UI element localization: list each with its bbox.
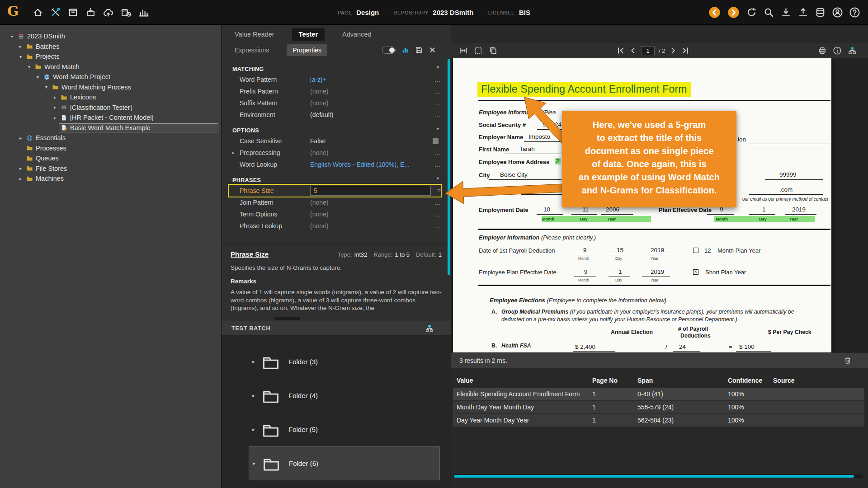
tree-node-projects[interactable]: ▾Projects xyxy=(0,52,221,62)
download-button[interactable] xyxy=(781,7,791,18)
result-row[interactable]: Month Day Year Month Day1556-579 (24)100… xyxy=(453,401,864,414)
nav-forward-button[interactable] xyxy=(727,6,740,19)
expand-arrow-icon[interactable]: ▸ xyxy=(17,44,24,49)
last-page-button[interactable] xyxy=(681,47,689,55)
property-row-term-options[interactable]: Term Options(none)… xyxy=(229,208,441,220)
property-row-phrase-lookup[interactable]: Phrase Lookup(none)… xyxy=(229,220,441,232)
expand-arrow-icon[interactable]: ▸ xyxy=(17,136,24,141)
tree-node-word-match-project[interactable]: ▾Word Match Project xyxy=(0,72,221,82)
phrase-size-input[interactable] xyxy=(310,186,431,196)
search-button[interactable] xyxy=(764,7,774,18)
test-batch-folder-folder-5[interactable]: ▸Folder (5) xyxy=(249,413,440,446)
column-header-value[interactable]: Value xyxy=(457,377,592,384)
clear-results-button[interactable] xyxy=(844,357,852,365)
collapse-arrow-icon[interactable]: ▾ xyxy=(42,84,50,89)
test-batch-folder-folder-3[interactable]: ▸Folder (3) xyxy=(249,345,440,379)
tree-node-processes[interactable]: Processes xyxy=(0,143,221,154)
chart-toggle-button[interactable] xyxy=(401,46,409,54)
tree-node-classification-tester[interactable]: ▸[Classification Tester] xyxy=(0,103,221,113)
expand-arrow-icon[interactable]: ▸ xyxy=(249,393,259,399)
section-header-options[interactable]: OPTIONS▾ xyxy=(222,124,451,135)
property-row-environment[interactable]: Environment(default)… xyxy=(229,109,441,121)
subtab-properties[interactable]: Properties xyxy=(287,44,327,56)
result-highlight-title[interactable]: Flexible Spending Account Enrollment For… xyxy=(477,82,691,97)
column-header-page-no[interactable]: Page No xyxy=(592,377,637,384)
column-header-span[interactable]: Span xyxy=(637,377,728,384)
tab-advanced[interactable]: Advanced xyxy=(335,28,378,41)
property-row-suffix-pattern[interactable]: Suffix Pattern(none)… xyxy=(229,97,441,109)
collapse-arrow-icon[interactable]: ▾ xyxy=(34,75,42,80)
checkbox-short-plan[interactable]: × xyxy=(693,269,698,275)
print-button[interactable] xyxy=(818,47,826,55)
expand-arrow-icon[interactable]: ▸ xyxy=(51,105,59,110)
batch-import-button[interactable] xyxy=(85,7,96,18)
ellipsis-button[interactable]: … xyxy=(431,76,441,83)
property-row-phrase-size[interactable]: Phrase Size≡ xyxy=(229,185,441,197)
property-row-word-lookup[interactable]: Word LookupEnglish Words - Edited (100%)… xyxy=(229,159,441,170)
expand-arrow-icon[interactable]: ▸ xyxy=(17,176,24,181)
batches-button[interactable] xyxy=(68,7,78,18)
prev-page-button[interactable] xyxy=(629,47,637,55)
scrollbar-thumb[interactable] xyxy=(274,317,300,320)
subtab-expressions[interactable]: Expressions xyxy=(229,44,275,56)
batch-schedule-button[interactable] xyxy=(121,7,131,18)
ellipsis-button[interactable]: … xyxy=(431,88,441,95)
expand-arrow-icon[interactable]: ▸ xyxy=(51,115,59,120)
tree-node-essentials[interactable]: ▸Essentials xyxy=(0,133,221,143)
ellipsis-button[interactable]: … xyxy=(431,149,441,156)
upload-button[interactable] xyxy=(798,7,808,18)
ellipsis-button[interactable]: … xyxy=(431,222,441,230)
home-button[interactable] xyxy=(33,7,43,18)
ellipsis-button[interactable]: … xyxy=(431,99,441,107)
test-batch-folder-folder-6[interactable]: ▸Folder (6) xyxy=(249,446,440,480)
column-header-source[interactable]: Source xyxy=(773,377,864,384)
fit-width-button[interactable] xyxy=(459,47,467,55)
collapse-arrow-icon[interactable]: ▾ xyxy=(8,34,16,39)
test-batch-folder-folder-4[interactable]: ▸Folder (4) xyxy=(249,379,440,413)
stats-button[interactable] xyxy=(138,7,149,18)
checkbox-12-month-plan[interactable] xyxy=(693,248,698,253)
tree-node-hr-packet-content-model[interactable]: ▸[HR Packet - Content Model] xyxy=(0,113,221,123)
tab-tester[interactable]: Tester xyxy=(292,28,325,41)
nav-back-button[interactable] xyxy=(708,6,721,19)
help-button[interactable] xyxy=(849,7,860,18)
cloud-upload-button[interactable] xyxy=(103,7,113,18)
app-logo[interactable]: G xyxy=(7,3,19,19)
first-page-button[interactable] xyxy=(617,47,625,55)
horizontal-scrollbar[interactable] xyxy=(453,474,863,478)
tree-node-batches[interactable]: ▸Batches xyxy=(0,42,221,52)
close-button[interactable] xyxy=(429,46,436,54)
save-button[interactable] xyxy=(415,46,423,54)
tree-node-file-stores[interactable]: ▸File Stores xyxy=(0,164,221,174)
account-button[interactable] xyxy=(832,7,843,18)
properties-scrollbar[interactable] xyxy=(448,59,450,275)
result-row[interactable]: Day Year Month Day Year1562-584 (23)100% xyxy=(453,414,864,427)
column-header-confidence[interactable]: Confidence xyxy=(728,377,773,384)
property-row-word-pattern[interactable]: Word Pattern[a-z]+… xyxy=(229,74,441,85)
ellipsis-button[interactable]: … xyxy=(431,211,441,218)
ellipsis-button[interactable]: … xyxy=(431,199,441,206)
property-row-join-pattern[interactable]: Join Pattern(none)… xyxy=(229,197,441,208)
region-select-button[interactable] xyxy=(474,47,482,55)
page-number-input[interactable]: 1 xyxy=(641,46,655,55)
thumbnails-button[interactable] xyxy=(848,47,856,55)
collapse-arrow-icon[interactable]: ▾ xyxy=(25,64,33,69)
batch-structure-icon[interactable] xyxy=(425,324,434,333)
value-checkbox[interactable] xyxy=(433,138,439,144)
property-row-prefix-pattern[interactable]: Prefix Pattern(none)… xyxy=(229,85,441,97)
tree-node-lexicons[interactable]: ▸Lexicons xyxy=(0,92,221,103)
tools-button[interactable] xyxy=(50,7,61,18)
tree-node-word-match[interactable]: ▾Word Match xyxy=(0,62,221,72)
tree-node-word-matching-process[interactable]: ▾Word Matching Process xyxy=(0,82,221,93)
section-header-matching[interactable]: MATCHING▾ xyxy=(222,63,451,74)
expand-arrow-icon[interactable]: ▸ xyxy=(249,359,259,365)
refresh-button[interactable] xyxy=(746,7,757,18)
ellipsis-button[interactable]: … xyxy=(431,161,441,168)
scrollbar-thumb[interactable] xyxy=(454,475,854,478)
toggle-switch[interactable] xyxy=(382,47,396,54)
property-row-case-sensitive[interactable]: Case SensitiveFalse xyxy=(229,135,441,147)
tree-node-queues[interactable]: Queues xyxy=(0,153,221,164)
next-page-button[interactable] xyxy=(669,47,677,55)
tree-node-basic-word-match-example[interactable]: Basic Word Match Example xyxy=(0,123,221,133)
expand-arrow-icon[interactable]: ▸ xyxy=(249,460,259,466)
